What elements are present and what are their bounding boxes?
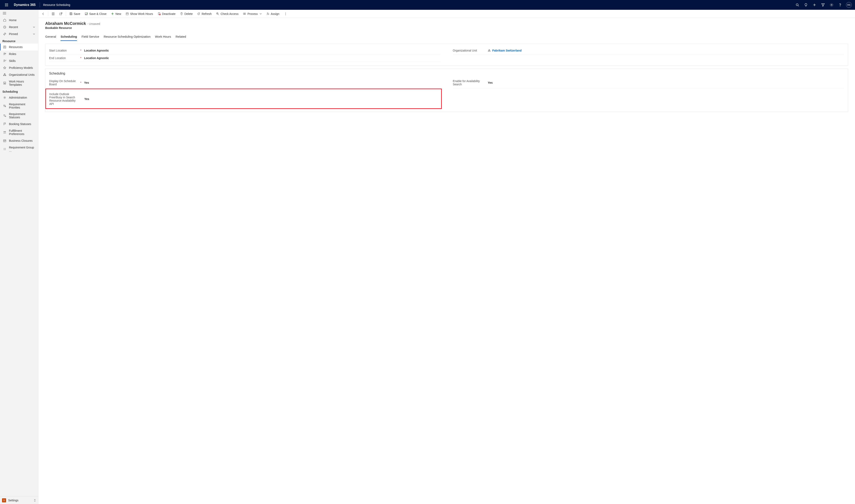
card-scheduling: Scheduling Display On Schedule Board * Y… [45,69,848,112]
svg-rect-6 [5,6,6,6]
lightbulb-icon[interactable] [802,0,810,10]
sidebar-item-recent[interactable]: Recent [0,24,38,31]
tab-field-service[interactable]: Field Service [82,33,99,41]
sidebar-item-skills[interactable]: Skills [0,57,38,64]
record-name: Abraham McCormick [45,21,86,26]
delete-button[interactable]: Delete [178,11,195,17]
save-close-button[interactable]: Save & Close [83,11,109,17]
svg-rect-43 [86,14,87,15]
svg-rect-63 [489,51,491,52]
section-title: Scheduling [49,72,844,75]
svg-rect-50 [158,13,160,15]
tab-scheduling[interactable]: Scheduling [60,33,77,41]
search-icon[interactable] [793,0,802,10]
sidebar-item-label: Fulfillment Preferences [9,129,35,136]
navbar-area[interactable]: Resource Scheduling [41,3,72,6]
tab-general[interactable]: General [45,33,56,41]
trash-icon [180,12,183,16]
sidebar-item-resources[interactable]: Resources [0,43,38,51]
tab-work-hours[interactable]: Work Hours [155,33,171,41]
deactivate-button[interactable]: Deactivate [155,11,177,17]
assign-button[interactable]: Assign [264,11,282,17]
closure-icon [3,139,6,143]
field-end-location[interactable]: End Location * Location Agnostic [49,54,441,62]
overflow-button[interactable] [282,11,289,17]
field-start-location[interactable]: Start Location * Location Agnostic [49,47,441,54]
record-set-button[interactable] [50,11,57,17]
footer-label: Settings [8,499,19,502]
save-button[interactable]: Save [67,11,82,17]
svg-rect-5 [7,5,8,5]
sidebar-item-administration[interactable]: Administration [0,94,38,101]
sidebar-item-home[interactable]: Home [0,17,38,24]
skills-icon [3,59,6,63]
field-org-unit[interactable]: Organizational Unit Fabrikam Switzerland [453,47,844,54]
sidebar-item-requirement-priorities[interactable]: Requirement Priorities [0,101,38,111]
sidebar-header-resource: Resource [0,37,38,43]
svg-point-14 [831,4,832,5]
svg-point-59 [285,14,286,14]
deactivate-label: Deactivate [162,12,175,16]
app-launcher[interactable] [2,0,12,10]
org-icon [3,73,6,76]
check-access-button[interactable]: Check Access [214,11,241,17]
sidebar-item-label: Proficiency Models [9,66,33,69]
sidebar-item-requirement-group[interactable]: Requirement Group … [0,144,38,154]
help-icon[interactable] [836,0,844,10]
new-button[interactable]: New [109,11,123,17]
sidebar-item-booking-statuses[interactable]: Booking Statuses [0,121,38,127]
back-button[interactable] [39,11,47,17]
gear-icon[interactable] [827,0,836,10]
sidebar-item-label: Administration [9,96,27,99]
brand-label[interactable]: Dynamics 365 [12,3,38,7]
required-marker: * [79,81,82,84]
svg-rect-42 [70,14,72,15]
sidebar-item-pinned[interactable]: Pinned [0,31,38,37]
outlook-value: Yes [84,97,440,101]
svg-point-24 [4,60,5,61]
sidebar-item-label: Organizational Units [9,73,35,76]
popout-icon [59,12,63,16]
open-new-window-button[interactable] [57,11,65,17]
sidebar-item-label: Requirement Priorities [9,103,35,109]
sidebar-item-work-hours-templates[interactable]: Work Hours Templates [0,78,38,88]
svg-point-31 [4,115,4,115]
svg-point-22 [4,53,5,54]
field-display-on-schedule-board[interactable]: Display On Schedule Board * Yes [49,77,441,88]
org-unit-value[interactable]: Fabrikam Switzerland [488,49,844,52]
field-include-outlook[interactable]: Include Outlook Free/Busy in Search Reso… [49,90,440,108]
form-tabs: General Scheduling Field Service Resourc… [45,33,848,41]
sidebar-item-fulfillment-preferences[interactable]: Fulfillment Preferences [0,127,38,137]
process-icon [243,12,246,16]
dosb-value: Yes [84,81,441,84]
svg-rect-56 [245,13,246,15]
sidebar-item-label: Skills [9,59,16,62]
field-enable-availability-search[interactable]: Enable for Availability Search Yes [453,77,844,88]
show-work-hours-button[interactable]: Show Work Hours [124,11,155,17]
sidebar-item-requirement-statuses[interactable]: Requirement Statuses [0,111,38,121]
process-button[interactable]: Process [241,11,264,17]
tab-rso[interactable]: Resource Scheduling Optimization [104,33,150,41]
sidebar-item-org-units[interactable]: Organizational Units [0,71,38,78]
sidebar-footer[interactable]: S Settings [0,497,38,504]
top-navbar: Dynamics 365 Resource Scheduling RS [0,0,855,10]
chevron-down-icon [33,26,35,28]
svg-line-10 [798,5,799,6]
page-title: Abraham McCormick - Unsaved [45,21,848,26]
chevron-down-icon [260,13,262,15]
svg-point-23 [5,53,6,54]
svg-rect-61 [489,50,489,50]
filter-icon[interactable] [819,0,827,10]
tab-related[interactable]: Related [176,33,186,41]
refresh-button[interactable]: Refresh [195,11,214,17]
plus-icon[interactable] [810,0,819,10]
sidebar-item-label: Roles [9,52,16,56]
sidebar-item-label: Recent [9,25,18,29]
sidebar-item-roles[interactable]: Roles [0,51,38,57]
sidebar-collapse[interactable] [0,10,38,17]
navbar-divider [40,2,40,7]
start-location-label: Start Location [49,49,77,52]
sidebar-item-business-closures[interactable]: Business Closures [0,137,38,144]
sidebar-item-proficiency[interactable]: Proficiency Models [0,64,38,71]
user-avatar[interactable]: RS [846,2,852,8]
